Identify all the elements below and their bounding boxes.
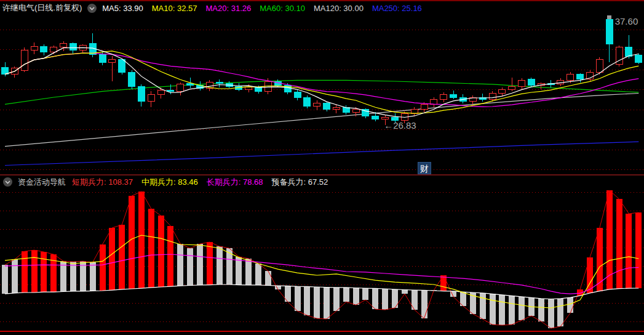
sub-chart-header: 资金活动导航 短期兵力: 108.37 中期兵力: 83.46 长期兵力: 78… (0, 176, 644, 188)
mid-term-legend: 中期兵力: 83.46 (141, 177, 198, 188)
candlestick-chart[interactable]: 37.60←26.83 (0, 15, 644, 174)
long-term-legend: 长期兵力: 78.68 (207, 177, 263, 188)
ma20-legend: MA20: 31.26 (206, 4, 252, 13)
indicator-chart[interactable] (0, 188, 644, 331)
svg-text:37.60: 37.60 (615, 16, 638, 26)
indicator-title: 资金活动导航 (18, 177, 66, 188)
watermark-cai: 财 (418, 162, 431, 174)
svg-text:←26.83: ←26.83 (384, 120, 416, 131)
window-bottom-line (0, 331, 644, 332)
tdx-screen: 许继电气(日线.前复权) MA5: 33.90 MA10: 32.57 MA20… (0, 0, 644, 335)
main-chart-header: 许继电气(日线.前复权) MA5: 33.90 MA10: 32.57 MA20… (0, 1, 644, 15)
ma10-legend: MA10: 32.57 (152, 4, 197, 13)
short-term-legend: 短期兵力: 108.37 (72, 177, 133, 188)
ma120-legend: MA120: 30.00 (314, 4, 364, 13)
chevron-down-icon-sub[interactable] (3, 177, 12, 187)
ma60-legend: MA60: 30.10 (260, 4, 305, 13)
chevron-down-icon[interactable] (87, 4, 97, 13)
ma5-legend: MA5: 33.90 (102, 4, 143, 13)
stock-title: 许继电气(日线.前复权) (2, 2, 82, 14)
ma250-legend: MA250: 25.16 (372, 4, 422, 13)
reserve-legend: 预备兵力: 67.52 (272, 177, 328, 188)
